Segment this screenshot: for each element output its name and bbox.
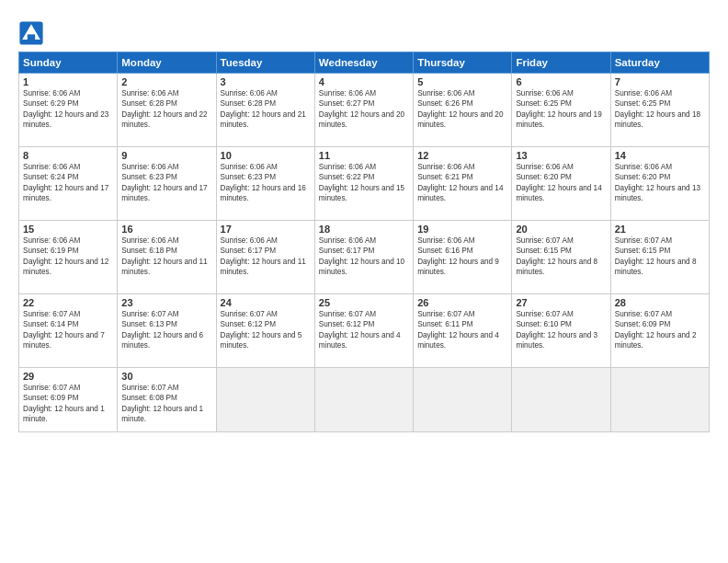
day-info: Sunrise: 6:07 AMSunset: 6:15 PMDaylight:… [516,236,606,278]
calendar-cell [512,368,610,432]
weekday-header-friday: Friday [512,52,610,74]
day-number: 4 [319,76,409,87]
day-number: 1 [23,76,113,87]
day-info: Sunrise: 6:07 AMSunset: 6:09 PMDaylight:… [615,309,705,351]
calendar-cell: 19Sunrise: 6:06 AMSunset: 6:16 PMDayligh… [414,221,512,294]
day-info: Sunrise: 6:07 AMSunset: 6:14 PMDaylight:… [23,309,113,351]
day-number: 7 [615,76,705,87]
calendar-cell [314,368,413,432]
calendar-cell: 17Sunrise: 6:06 AMSunset: 6:17 PMDayligh… [216,221,314,294]
weekday-header-monday: Monday [118,52,216,74]
calendar-cell: 16Sunrise: 6:06 AMSunset: 6:18 PMDayligh… [118,221,216,294]
day-info: Sunrise: 6:07 AMSunset: 6:09 PMDaylight:… [23,383,113,425]
weekday-header-row: SundayMondayTuesdayWednesdayThursdayFrid… [19,52,710,74]
day-number: 12 [417,150,507,161]
day-number: 2 [121,76,211,87]
day-info: Sunrise: 6:06 AMSunset: 6:23 PMDaylight:… [121,162,211,204]
day-info: Sunrise: 6:06 AMSunset: 6:21 PMDaylight:… [417,162,507,204]
calendar-cell: 25Sunrise: 6:07 AMSunset: 6:12 PMDayligh… [314,294,413,368]
day-info: Sunrise: 6:06 AMSunset: 6:26 PMDaylight:… [417,88,507,131]
day-info: Sunrise: 6:06 AMSunset: 6:28 PMDaylight:… [221,88,311,131]
day-info: Sunrise: 6:06 AMSunset: 6:24 PMDaylight:… [23,162,113,204]
calendar-cell [610,368,709,432]
calendar-cell: 20Sunrise: 6:07 AMSunset: 6:15 PMDayligh… [512,221,610,294]
page: SundayMondayTuesdayWednesdayThursdayFrid… [0,0,728,563]
logo [18,20,46,46]
calendar-cell: 3Sunrise: 6:06 AMSunset: 6:28 PMDaylight… [216,74,314,147]
day-number: 16 [121,224,211,235]
calendar-cell: 28Sunrise: 6:07 AMSunset: 6:09 PMDayligh… [610,294,709,368]
day-info: Sunrise: 6:07 AMSunset: 6:10 PMDaylight:… [516,309,606,351]
calendar-cell: 13Sunrise: 6:06 AMSunset: 6:20 PMDayligh… [512,147,610,221]
day-info: Sunrise: 6:07 AMSunset: 6:15 PMDaylight:… [615,236,705,278]
day-number: 22 [23,297,113,308]
calendar-cell: 4Sunrise: 6:06 AMSunset: 6:27 PMDaylight… [314,74,413,147]
calendar-cell: 1Sunrise: 6:06 AMSunset: 6:29 PMDaylight… [19,74,118,147]
day-info: Sunrise: 6:06 AMSunset: 6:25 PMDaylight:… [516,88,606,131]
day-number: 17 [221,224,311,235]
week-row-5: 29Sunrise: 6:07 AMSunset: 6:09 PMDayligh… [19,368,710,432]
day-number: 11 [319,150,409,161]
day-number: 13 [516,150,606,161]
calendar: SundayMondayTuesdayWednesdayThursdayFrid… [18,52,710,432]
day-number: 6 [516,76,606,87]
calendar-cell: 24Sunrise: 6:07 AMSunset: 6:12 PMDayligh… [216,294,314,368]
day-info: Sunrise: 6:06 AMSunset: 6:17 PMDaylight:… [319,236,409,278]
day-info: Sunrise: 6:06 AMSunset: 6:20 PMDaylight:… [516,162,606,204]
calendar-cell: 10Sunrise: 6:06 AMSunset: 6:23 PMDayligh… [216,147,314,221]
calendar-cell [414,368,512,432]
calendar-cell: 23Sunrise: 6:07 AMSunset: 6:13 PMDayligh… [118,294,216,368]
day-info: Sunrise: 6:06 AMSunset: 6:25 PMDaylight:… [615,88,705,131]
calendar-cell: 30Sunrise: 6:07 AMSunset: 6:08 PMDayligh… [118,368,216,432]
day-number: 28 [615,297,705,308]
day-info: Sunrise: 6:06 AMSunset: 6:29 PMDaylight:… [23,88,113,131]
week-row-2: 8Sunrise: 6:06 AMSunset: 6:24 PMDaylight… [19,147,710,221]
weekday-header-tuesday: Tuesday [216,52,314,74]
day-number: 29 [23,371,113,382]
day-number: 20 [516,224,606,235]
logo-icon [18,20,44,46]
day-number: 25 [319,297,409,308]
day-number: 10 [221,150,311,161]
day-number: 24 [221,297,311,308]
day-number: 23 [121,297,211,308]
calendar-cell: 14Sunrise: 6:06 AMSunset: 6:20 PMDayligh… [610,147,709,221]
calendar-cell: 22Sunrise: 6:07 AMSunset: 6:14 PMDayligh… [19,294,118,368]
day-number: 9 [121,150,211,161]
day-info: Sunrise: 6:07 AMSunset: 6:13 PMDaylight:… [121,309,211,351]
calendar-cell: 11Sunrise: 6:06 AMSunset: 6:22 PMDayligh… [314,147,413,221]
header [18,17,710,46]
day-info: Sunrise: 6:06 AMSunset: 6:18 PMDaylight:… [121,236,211,278]
calendar-cell [216,368,314,432]
day-info: Sunrise: 6:07 AMSunset: 6:08 PMDaylight:… [121,383,211,425]
day-number: 5 [417,76,507,87]
weekday-header-wednesday: Wednesday [314,52,413,74]
calendar-cell: 29Sunrise: 6:07 AMSunset: 6:09 PMDayligh… [19,368,118,432]
day-info: Sunrise: 6:06 AMSunset: 6:23 PMDaylight:… [221,162,311,204]
calendar-cell: 12Sunrise: 6:06 AMSunset: 6:21 PMDayligh… [414,147,512,221]
calendar-cell: 2Sunrise: 6:06 AMSunset: 6:28 PMDaylight… [118,74,216,147]
calendar-cell: 8Sunrise: 6:06 AMSunset: 6:24 PMDaylight… [19,147,118,221]
day-info: Sunrise: 6:07 AMSunset: 6:12 PMDaylight:… [319,309,409,351]
weekday-header-saturday: Saturday [610,52,709,74]
day-info: Sunrise: 6:06 AMSunset: 6:16 PMDaylight:… [417,236,507,278]
calendar-cell: 18Sunrise: 6:06 AMSunset: 6:17 PMDayligh… [314,221,413,294]
day-number: 8 [23,150,113,161]
calendar-cell: 7Sunrise: 6:06 AMSunset: 6:25 PMDaylight… [610,74,709,147]
day-number: 18 [319,224,409,235]
week-row-3: 15Sunrise: 6:06 AMSunset: 6:19 PMDayligh… [19,221,710,294]
day-number: 3 [221,76,311,87]
day-info: Sunrise: 6:06 AMSunset: 6:19 PMDaylight:… [23,236,113,278]
calendar-cell: 6Sunrise: 6:06 AMSunset: 6:25 PMDaylight… [512,74,610,147]
weekday-header-thursday: Thursday [414,52,512,74]
calendar-cell: 15Sunrise: 6:06 AMSunset: 6:19 PMDayligh… [19,221,118,294]
day-info: Sunrise: 6:06 AMSunset: 6:28 PMDaylight:… [121,88,211,131]
calendar-cell: 26Sunrise: 6:07 AMSunset: 6:11 PMDayligh… [414,294,512,368]
svg-rect-2 [28,34,35,40]
calendar-cell: 5Sunrise: 6:06 AMSunset: 6:26 PMDaylight… [414,74,512,147]
day-info: Sunrise: 6:07 AMSunset: 6:12 PMDaylight:… [221,309,311,351]
day-number: 26 [417,297,507,308]
week-row-1: 1Sunrise: 6:06 AMSunset: 6:29 PMDaylight… [19,74,710,147]
calendar-cell: 9Sunrise: 6:06 AMSunset: 6:23 PMDaylight… [118,147,216,221]
day-info: Sunrise: 6:06 AMSunset: 6:22 PMDaylight:… [319,162,409,204]
